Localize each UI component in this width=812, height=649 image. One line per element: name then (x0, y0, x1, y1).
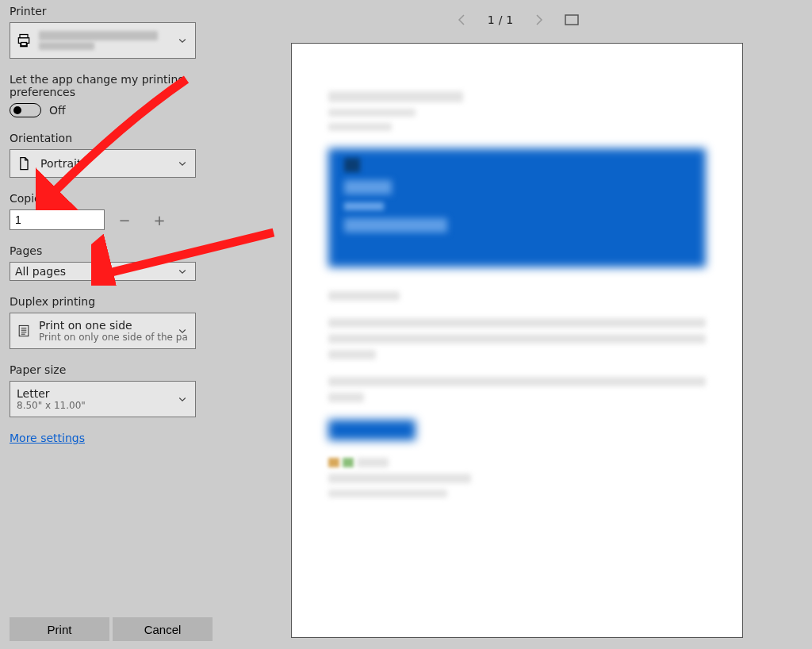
paper-size-subtext: 8.50" x 11.00" (17, 400, 189, 411)
more-settings-section: More settings (10, 432, 213, 444)
pages-label: Pages (10, 244, 213, 257)
duplex-section: Duplex printing Print on one side Print … (10, 295, 213, 349)
pages-dropdown[interactable]: All pages (10, 262, 196, 281)
duplex-subtext: Print on only one side of the pa (39, 332, 193, 343)
cancel-button[interactable]: Cancel (113, 617, 213, 641)
preview-nav: 1 / 1 (454, 0, 580, 40)
preview-banner (328, 148, 706, 267)
prev-page-button[interactable] (454, 12, 470, 28)
orientation-label: Orientation (10, 132, 213, 144)
more-settings-link[interactable]: More settings (10, 432, 85, 444)
printer-dropdown[interactable] (10, 22, 196, 59)
page-indicator: 1 / 1 (488, 13, 514, 26)
print-options-panel: Printer Let the (0, 0, 222, 649)
pages-value: All pages (15, 265, 66, 278)
paper-size-label: Paper size (10, 363, 213, 376)
page-current: 1 (488, 13, 495, 26)
duplex-label: Duplex printing (10, 295, 213, 308)
fit-to-page-button[interactable] (564, 12, 580, 28)
orientation-dropdown[interactable]: Portrait (10, 149, 196, 178)
copies-input[interactable] (10, 209, 105, 230)
printer-name-redacted (37, 28, 195, 53)
printer-section: Printer (10, 5, 213, 59)
paper-size-dropdown[interactable]: Letter 8.50" x 11.00" (10, 381, 196, 417)
app-preferences-label: Let the app change my printing preferenc… (10, 73, 213, 98)
duplex-dropdown[interactable]: Print on one side Print on only one side… (10, 313, 196, 349)
copies-section: Copies − + (10, 192, 213, 230)
svg-rect-2 (19, 325, 29, 336)
page-sep: / (499, 13, 503, 26)
copies-decrement[interactable]: − (109, 209, 140, 230)
action-buttons: Print Cancel (10, 609, 213, 641)
svg-rect-7 (565, 15, 578, 25)
chevron-down-icon (178, 159, 187, 168)
pages-section: Pages All pages (10, 244, 213, 281)
next-page-button[interactable] (530, 12, 546, 28)
preview-panel: 1 / 1 (222, 0, 812, 649)
app-preferences-toggle[interactable] (10, 103, 41, 117)
app-preferences-section: Let the app change my printing preferenc… (10, 73, 213, 117)
print-button[interactable]: Print (10, 617, 109, 641)
chevron-down-icon (178, 267, 187, 276)
chevron-down-icon (178, 326, 187, 336)
printer-icon (10, 33, 37, 48)
page-icon (10, 156, 37, 171)
toggle-state-text: Off (49, 104, 66, 117)
duplex-icon (10, 323, 37, 339)
preview-page (291, 43, 743, 638)
copies-label: Copies (10, 192, 213, 205)
chevron-down-icon (178, 394, 187, 404)
paper-size-section: Paper size Letter 8.50" x 11.00" (10, 363, 213, 417)
orientation-value: Portrait (37, 157, 81, 170)
copies-increment[interactable]: + (144, 209, 174, 230)
printer-label: Printer (10, 5, 213, 17)
chevron-down-icon (178, 36, 187, 45)
page-total: 1 (506, 13, 513, 26)
orientation-section: Orientation Portrait (10, 132, 213, 178)
svg-rect-1 (21, 43, 27, 46)
paper-size-value: Letter (17, 387, 189, 400)
duplex-value: Print on one side (39, 319, 193, 332)
